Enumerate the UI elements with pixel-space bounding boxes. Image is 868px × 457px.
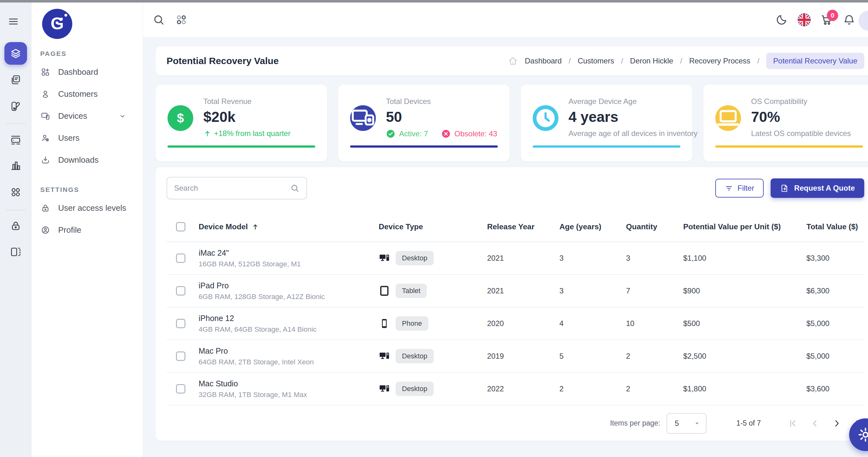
sidebar-item-profile[interactable]: Profile <box>31 219 143 241</box>
stat-value: 4 years <box>568 108 680 125</box>
column-header-device-type[interactable]: Device Type <box>368 222 476 231</box>
row-checkbox[interactable] <box>176 352 185 361</box>
value-per-unit: $1,100 <box>672 254 796 263</box>
search-icon[interactable] <box>152 13 165 26</box>
rail-item-chart[interactable] <box>4 154 27 177</box>
rail-item-palette[interactable] <box>4 95 27 118</box>
apps-grid-icon[interactable] <box>175 13 188 26</box>
row-checkbox[interactable] <box>176 254 185 263</box>
tablet-icon <box>379 285 390 296</box>
breadcrumb-link[interactable]: Customers <box>578 57 614 65</box>
rail-item-lock[interactable] <box>4 215 27 237</box>
quantity: 7 <box>615 287 672 295</box>
age-years: 3 <box>548 287 615 295</box>
filter-button[interactable]: Filter <box>715 179 764 198</box>
notifications-bell-icon[interactable] <box>843 13 856 26</box>
quantity: 2 <box>615 352 672 361</box>
downloads-icon <box>41 156 50 165</box>
value-per-unit: $1,800 <box>672 385 796 393</box>
breadcrumb-link[interactable]: Dashboard <box>525 57 562 65</box>
breadcrumb-separator: / <box>757 57 760 65</box>
home-icon[interactable] <box>508 56 518 66</box>
value-per-unit: $2,500 <box>672 352 796 361</box>
sidebar-item-dashboard[interactable]: Dashboard <box>31 61 143 83</box>
trend-up-icon <box>203 129 212 137</box>
rail-divider <box>6 123 26 124</box>
rail-item-notes[interactable] <box>4 68 27 91</box>
age-years: 4 <box>548 319 615 328</box>
table-row: iPhone 12 4GB RAM, 64GB Storage, A14 Bio… <box>166 307 864 340</box>
next-page-icon[interactable] <box>832 418 842 429</box>
stat-label: Total Revenue <box>203 97 290 106</box>
column-header-quantity[interactable]: Quantity <box>615 222 672 231</box>
rail-item-apps[interactable] <box>4 181 27 203</box>
quantity: 2 <box>615 385 672 393</box>
sidebar-item-customers[interactable]: Customers <box>31 83 143 105</box>
stat-value: 50 <box>386 108 497 125</box>
menu-toggle-button[interactable] <box>8 16 19 27</box>
stat-subtitle: Latest OS compatible devices <box>751 129 851 138</box>
device-type-badge: Phone <box>396 316 428 331</box>
release-year: 2019 <box>476 352 548 361</box>
devices-stat-icon <box>350 105 376 131</box>
sidebar-item-users[interactable]: Users <box>31 127 143 149</box>
rail-item-layers[interactable] <box>4 42 27 65</box>
breadcrumb-separator: / <box>680 57 682 65</box>
first-page-icon[interactable] <box>787 418 798 429</box>
device-model: iMac 24" <box>198 249 368 258</box>
device-model: iPhone 12 <box>198 314 368 323</box>
language-flag-icon[interactable] <box>798 13 811 26</box>
search-icon[interactable] <box>290 184 300 193</box>
device-model: Mac Studio <box>198 379 368 388</box>
device-specs: 4GB RAM, 64GB Storage, A14 Bionic <box>198 325 368 333</box>
dark-mode-icon[interactable] <box>775 13 788 26</box>
device-model: Mac Pro <box>198 347 368 356</box>
desktop-icon <box>379 351 390 362</box>
stats-row: $ Total Revenue $20k +18% from last quar… <box>156 85 868 161</box>
age-years: 5 <box>548 352 615 361</box>
value-per-unit: $900 <box>672 287 796 295</box>
dollar-icon: $ <box>167 105 193 131</box>
table-row: iPad Pro 6GB RAM, 128GB Storage, A12Z Bi… <box>166 275 864 307</box>
sidebar: G PAGES Dashboard Customers Devices User… <box>31 2 143 457</box>
app-logo[interactable]: G <box>42 9 72 39</box>
rail-item-panel[interactable] <box>4 240 27 263</box>
chevron-down-icon[interactable] <box>119 112 126 120</box>
rail-item-input[interactable] <box>4 128 27 151</box>
stat-accent-bar <box>350 145 498 148</box>
column-header-device-model[interactable]: Device Model <box>195 222 368 231</box>
search-input[interactable] <box>174 184 290 193</box>
stat-label: Average Device Age <box>568 97 680 106</box>
breadcrumb-link[interactable]: Deron Hickle <box>630 57 673 65</box>
topbar: 0 <box>143 2 868 37</box>
phone-icon <box>379 318 390 329</box>
column-header-potential-value-per-unit[interactable]: Potential Value per Unit ($) <box>672 222 796 231</box>
clock-icon <box>533 105 558 131</box>
device-specs: 64GB RAM, 2TB Storage, Intel Xeon <box>198 358 368 366</box>
select-all-checkbox[interactable] <box>176 222 185 231</box>
table-header-row: Device ModelDevice TypeRelease YearAge (… <box>166 212 864 242</box>
row-checkbox[interactable] <box>176 319 185 328</box>
desktop-icon <box>379 253 390 264</box>
avatar[interactable] <box>859 11 868 31</box>
sidebar-item-user-access-levels[interactable]: User access levels <box>31 197 143 219</box>
devices-icon <box>41 111 50 121</box>
sidebar-item-downloads[interactable]: Downloads <box>31 149 143 171</box>
cart-icon[interactable]: 0 <box>820 13 833 26</box>
breadcrumb: Dashboard/Customers/Deron Hickle/Recover… <box>508 53 864 69</box>
column-header-total-value[interactable]: Total Value ($) <box>796 222 864 231</box>
total-value: $5,000 <box>796 319 864 328</box>
notes-icon <box>10 74 21 86</box>
sidebar-item-devices[interactable]: Devices <box>31 105 143 127</box>
request-quote-button[interactable]: Request A Quote <box>771 178 864 198</box>
breadcrumb-link[interactable]: Recovery Process <box>689 57 750 65</box>
stat-value: 70% <box>751 108 851 125</box>
page-size-select[interactable]: 5 <box>666 413 707 434</box>
column-header-release-year[interactable]: Release Year <box>476 222 548 231</box>
row-checkbox[interactable] <box>176 286 185 296</box>
total-value: $5,000 <box>796 352 864 361</box>
users-icon <box>41 133 50 142</box>
previous-page-icon[interactable] <box>810 418 820 429</box>
row-checkbox[interactable] <box>176 384 185 394</box>
column-header-age-years[interactable]: Age (years) <box>548 222 615 231</box>
